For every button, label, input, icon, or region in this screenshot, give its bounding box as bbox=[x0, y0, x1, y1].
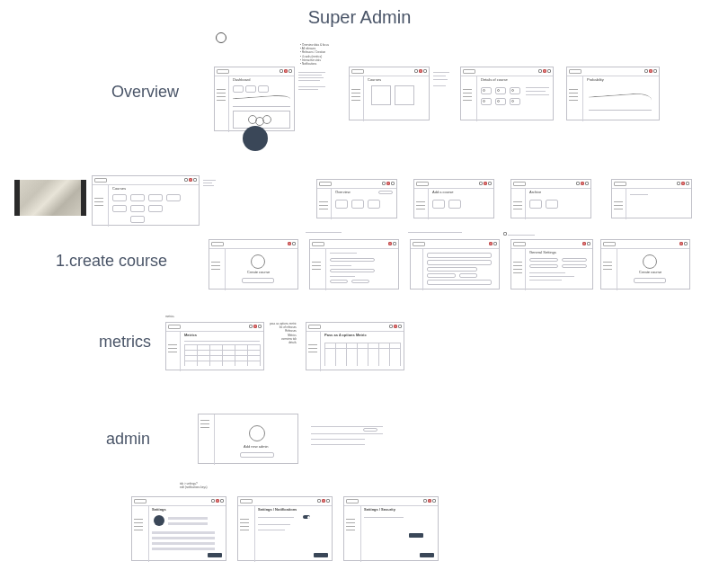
course-cell[interactable] bbox=[112, 205, 127, 212]
sidebar[interactable] bbox=[132, 506, 149, 562]
sidebar[interactable] bbox=[199, 414, 215, 465]
sidebar[interactable] bbox=[344, 506, 361, 562]
frame-settings-profile[interactable]: Settings bbox=[131, 496, 226, 561]
course-card[interactable] bbox=[371, 85, 391, 105]
sidebar[interactable] bbox=[93, 185, 109, 227]
header-btn[interactable] bbox=[288, 69, 292, 73]
sidebar[interactable] bbox=[612, 189, 626, 219]
settings-notes: tab > settings? edit (notifications keys… bbox=[180, 482, 208, 489]
sidebar[interactable] bbox=[166, 332, 181, 371]
sidebar[interactable] bbox=[238, 506, 255, 562]
row[interactable] bbox=[427, 253, 492, 258]
sidebar[interactable] bbox=[567, 76, 583, 121]
frame-general-settings[interactable]: General Settings bbox=[510, 239, 593, 290]
row[interactable] bbox=[427, 260, 492, 265]
input-field[interactable] bbox=[330, 269, 375, 272]
course-cell[interactable] bbox=[148, 205, 163, 212]
action-btn[interactable] bbox=[409, 533, 423, 538]
sidebar[interactable] bbox=[306, 332, 321, 371]
frame-metrics-table[interactable]: Metrics bbox=[165, 322, 264, 370]
sidebar[interactable] bbox=[461, 76, 477, 121]
sidebar[interactable] bbox=[511, 189, 526, 219]
frame-courses-overview[interactable]: Overview bbox=[316, 179, 397, 218]
frame-metrics-pass[interactable]: Pass as 4 options Metric bbox=[306, 322, 404, 370]
row[interactable] bbox=[427, 280, 492, 285]
input[interactable] bbox=[427, 267, 477, 272]
frame-overview-probability[interactable]: Probability bbox=[566, 67, 660, 120]
avatar bbox=[154, 515, 164, 526]
course-cell[interactable] bbox=[130, 194, 145, 201]
frame-create-course-5[interactable]: Create course bbox=[600, 239, 690, 290]
frame-add-course[interactable]: Add a course bbox=[413, 179, 494, 218]
input[interactable] bbox=[459, 273, 477, 278]
frame-admin-add[interactable]: Add new admin bbox=[198, 414, 298, 464]
frame-create-course-1[interactable]: Create course bbox=[209, 239, 298, 290]
input-field[interactable] bbox=[330, 258, 375, 262]
stat-card[interactable] bbox=[233, 85, 244, 93]
sidebar[interactable] bbox=[209, 249, 226, 290]
upload-icon[interactable] bbox=[251, 254, 265, 269]
frame-create-course-3[interactable] bbox=[410, 239, 500, 290]
input[interactable] bbox=[427, 273, 456, 278]
primary-btn[interactable] bbox=[634, 278, 666, 283]
sidebar[interactable] bbox=[215, 76, 229, 132]
sidebar[interactable] bbox=[317, 189, 332, 219]
save-btn[interactable] bbox=[208, 553, 222, 557]
sidebar[interactable] bbox=[350, 76, 364, 121]
action-btn[interactable] bbox=[363, 428, 377, 432]
frame-admin-list[interactable] bbox=[311, 419, 383, 455]
course-cell[interactable] bbox=[130, 216, 145, 223]
sidebar[interactable] bbox=[310, 249, 326, 290]
detail-item[interactable] bbox=[510, 98, 520, 105]
primary-btn[interactable] bbox=[240, 452, 274, 458]
input[interactable] bbox=[562, 258, 587, 262]
frame-overview-details[interactable]: Details of course bbox=[460, 67, 554, 120]
frame-archive[interactable]: Archive bbox=[510, 179, 591, 218]
frame-create-course-2[interactable] bbox=[309, 239, 399, 290]
frame-overview-dashboard[interactable]: Dashboard bbox=[214, 67, 295, 131]
bottom-panel[interactable] bbox=[233, 111, 290, 129]
frame-courses-big[interactable]: Courses bbox=[92, 175, 200, 226]
frame-overview-courses[interactable]: Courses bbox=[349, 67, 430, 120]
card[interactable] bbox=[368, 200, 380, 209]
course-cell[interactable] bbox=[148, 194, 163, 201]
action-btn[interactable] bbox=[378, 191, 393, 194]
card[interactable] bbox=[351, 200, 364, 209]
card[interactable] bbox=[546, 200, 558, 209]
input-field[interactable] bbox=[330, 280, 348, 283]
course-cell[interactable] bbox=[130, 205, 145, 212]
sidebar[interactable] bbox=[601, 249, 617, 290]
stat-card[interactable] bbox=[258, 85, 269, 93]
header-btn[interactable] bbox=[280, 69, 283, 73]
annot bbox=[503, 232, 535, 236]
course-cell[interactable] bbox=[166, 194, 181, 201]
toggle[interactable] bbox=[303, 515, 310, 519]
card[interactable] bbox=[432, 200, 445, 209]
sidebar[interactable] bbox=[414, 189, 429, 219]
upload-icon[interactable] bbox=[643, 254, 657, 269]
input[interactable] bbox=[562, 264, 587, 268]
sidebar[interactable] bbox=[511, 249, 526, 290]
frame-blank[interactable] bbox=[611, 179, 692, 218]
card[interactable] bbox=[335, 200, 348, 209]
detail-item[interactable] bbox=[481, 98, 492, 105]
save-btn[interactable] bbox=[420, 553, 434, 557]
sidebar[interactable] bbox=[411, 249, 423, 290]
input-field[interactable] bbox=[351, 280, 369, 283]
avatar-icon[interactable] bbox=[249, 425, 265, 441]
card[interactable] bbox=[529, 200, 542, 209]
detail-item[interactable] bbox=[495, 98, 506, 105]
detail-item[interactable] bbox=[510, 87, 520, 94]
input[interactable] bbox=[529, 258, 558, 262]
save-btn[interactable] bbox=[314, 553, 328, 557]
stat-card[interactable] bbox=[245, 85, 256, 93]
detail-item[interactable] bbox=[495, 87, 506, 94]
card[interactable] bbox=[448, 200, 461, 209]
input[interactable] bbox=[529, 264, 558, 268]
course-cell[interactable] bbox=[112, 194, 127, 201]
frame-settings-notifications[interactable]: Settings / Notifications bbox=[237, 496, 333, 561]
detail-item[interactable] bbox=[481, 87, 492, 94]
course-card[interactable] bbox=[395, 85, 414, 105]
frame-settings-security[interactable]: Settings / Security bbox=[343, 496, 439, 561]
close-icon[interactable] bbox=[284, 69, 288, 73]
